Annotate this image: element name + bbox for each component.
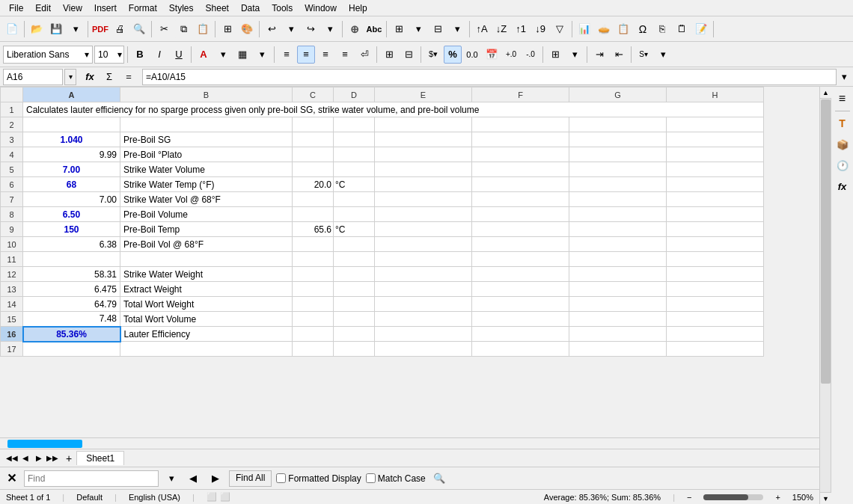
pdf-btn[interactable]: PDF — [91, 20, 109, 38]
menu-item-tools[interactable]: Tools — [266, 1, 299, 15]
cell-E13[interactable] — [375, 282, 472, 297]
cell-H13[interactable] — [667, 282, 764, 297]
cell-B15[interactable]: Total Wort Volume — [120, 312, 293, 327]
menu-item-styles[interactable]: Styles — [163, 1, 200, 15]
cell-B7[interactable]: Strike Water Vol @ 68°F — [120, 192, 293, 207]
menu-item-view[interactable]: View — [57, 1, 88, 15]
cell-A2[interactable] — [23, 117, 120, 132]
cell-E14[interactable] — [375, 297, 472, 312]
pie-btn[interactable]: 🥧 — [595, 20, 613, 38]
cell-B2[interactable] — [120, 117, 293, 132]
cell-B13[interactable]: Extract Weight — [120, 282, 293, 297]
cell-G11[interactable] — [569, 252, 667, 267]
cell-F8[interactable] — [472, 207, 569, 222]
zoom-in-btn[interactable]: + — [775, 493, 780, 502]
cell-A11[interactable] — [23, 252, 120, 267]
cell-E11[interactable] — [375, 252, 472, 267]
cell-G12[interactable] — [569, 267, 667, 282]
sheet-tab-1[interactable]: Sheet1 — [76, 451, 124, 465]
cell-E6[interactable] — [375, 177, 472, 192]
cell-C10[interactable] — [293, 237, 334, 252]
cell-B11[interactable] — [120, 252, 293, 267]
sidebar-navigator-btn[interactable]: 🕐 — [834, 156, 852, 174]
cell-C7[interactable] — [293, 192, 334, 207]
nav-prev-btn[interactable]: ◀ — [19, 452, 31, 464]
col-btn[interactable]: ⊟ — [429, 20, 447, 38]
formula-input[interactable]: =A10/A15 — [142, 69, 837, 85]
v-scroll-down-btn[interactable]: ▼ — [820, 492, 831, 504]
nav-first-btn[interactable]: ◀◀ — [6, 452, 18, 464]
v-scrollbar[interactable]: ▲ ▼ — [819, 87, 831, 504]
chart-btn[interactable]: 📊 — [575, 20, 593, 38]
cell-C11[interactable] — [293, 252, 334, 267]
menu-item-insert[interactable]: Insert — [88, 1, 123, 15]
macro-btn[interactable]: ⎘ — [653, 20, 671, 38]
cell-D15[interactable] — [334, 312, 375, 327]
cell-B17[interactable] — [120, 342, 293, 357]
new-btn[interactable]: 📄 — [3, 20, 21, 38]
v-scroll-up-btn[interactable]: ▲ — [820, 87, 831, 99]
v-scroll-thumb[interactable] — [821, 99, 831, 384]
cell-G17[interactable] — [569, 342, 667, 357]
underline-btn[interactable]: U — [170, 46, 188, 64]
formatted-display-checkbox[interactable] — [276, 473, 286, 483]
nav-last-btn[interactable]: ▶▶ — [46, 452, 58, 464]
menu-item-help[interactable]: Help — [343, 1, 373, 15]
cell-F9[interactable] — [472, 222, 569, 237]
cell-B6[interactable]: Strike Water Temp (°F) — [120, 177, 293, 192]
cell-D2[interactable] — [334, 117, 375, 132]
find-dropdown-btn[interactable]: ▾ — [163, 470, 180, 488]
cell-D17[interactable] — [334, 342, 375, 357]
cell-A8[interactable]: 6.50 — [23, 207, 120, 222]
cell-G7[interactable] — [569, 192, 667, 207]
cell-C13[interactable] — [293, 282, 334, 297]
date-btn[interactable]: 📅 — [483, 46, 501, 64]
redo-btn[interactable]: ↪ — [302, 20, 320, 38]
cell-G4[interactable] — [569, 147, 667, 162]
cell-A4[interactable]: 9.99 — [23, 147, 120, 162]
styles-btn[interactable]: S▾ — [635, 46, 652, 64]
cell-H11[interactable] — [667, 252, 764, 267]
omega-btn[interactable]: Ω — [634, 20, 652, 38]
cell-D9[interactable]: °C — [334, 222, 375, 237]
italic-btn[interactable]: I — [150, 46, 168, 64]
cell-H6[interactable] — [667, 177, 764, 192]
cell-C12[interactable] — [293, 267, 334, 282]
find-btn[interactable]: ⊕ — [346, 20, 364, 38]
add-sheet-btn[interactable]: + — [61, 451, 76, 466]
cell-B12[interactable]: Strike Water Weight — [120, 267, 293, 282]
cell-F11[interactable] — [472, 252, 569, 267]
col-header-B[interactable]: B — [120, 87, 293, 102]
cell-D4[interactable] — [334, 147, 375, 162]
cell-E3[interactable] — [375, 132, 472, 147]
save-btn[interactable]: 💾 — [47, 20, 65, 38]
sort-btn[interactable]: ⊞ — [218, 20, 236, 38]
cell-A6[interactable]: 68 — [23, 177, 120, 192]
menu-item-data[interactable]: Data — [235, 1, 266, 15]
font-name-arrow[interactable]: ▾ — [83, 49, 91, 60]
find-all-btn[interactable]: Find All — [229, 470, 272, 487]
sort-desc-btn[interactable]: ↓Z — [492, 20, 510, 38]
col-header-D[interactable]: D — [334, 87, 375, 102]
sidebar-functions-btn[interactable]: fx — [834, 177, 852, 195]
font-size-dropdown[interactable]: 10 ▾ — [94, 46, 124, 64]
cell-H3[interactable] — [667, 132, 764, 147]
merge-btn2[interactable]: ⊟ — [400, 46, 418, 64]
styles-arrow[interactable]: ▾ — [654, 46, 672, 64]
percent-btn[interactable]: % — [444, 46, 462, 64]
menu-item-file[interactable]: File — [3, 1, 29, 15]
layout-icon-2[interactable]: ⬜ — [220, 492, 230, 502]
cell-C8[interactable] — [293, 207, 334, 222]
cell-B4[interactable]: Pre-Boil °Plato — [120, 147, 293, 162]
preview-btn[interactable]: 🔍 — [130, 20, 148, 38]
cell-E7[interactable] — [375, 192, 472, 207]
cell-G2[interactable] — [569, 117, 667, 132]
sidebar-toggle-btn[interactable]: ≡ — [834, 90, 852, 108]
cell-C17[interactable] — [293, 342, 334, 357]
note2-btn[interactable]: 📝 — [692, 20, 710, 38]
col-header-H[interactable]: H — [667, 87, 764, 102]
cell-B10[interactable]: Pre-Boil Vol @ 68°F — [120, 237, 293, 252]
menu-item-edit[interactable]: Edit — [29, 1, 57, 15]
cell-B8[interactable]: Pre-Boil Volume — [120, 207, 293, 222]
cell-H10[interactable] — [667, 237, 764, 252]
